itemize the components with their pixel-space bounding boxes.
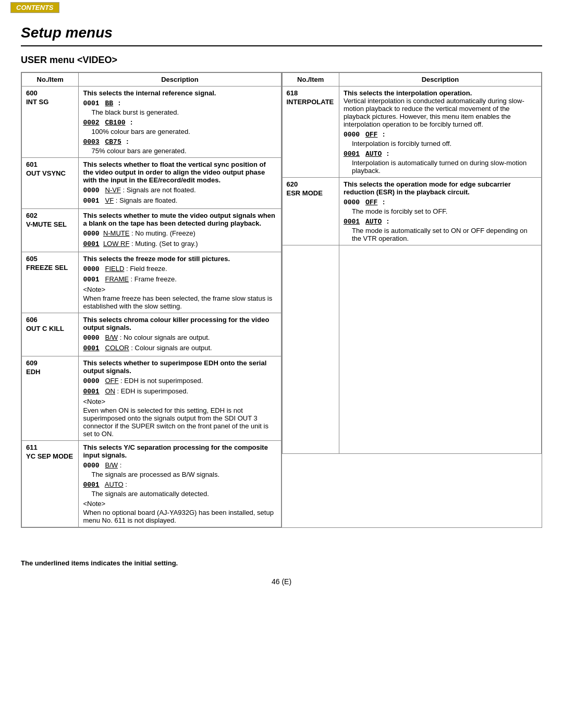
table-row: 601 OUT VSYNC This selects whether to fl… (22, 158, 282, 209)
note-detail: Even when ON is selected for this settin… (83, 406, 276, 438)
table-row: 602 V-MUTE SEL This selects whether to m… (22, 209, 282, 252)
setting-detail: 100% colour bars are generated. (91, 128, 276, 135)
code: 0000 (344, 199, 360, 206)
code: 0000 (83, 187, 99, 194)
setting-name: OFF : EDH is not superimposed. (105, 377, 203, 385)
desc-bold: This selects the freeze mode for still p… (83, 255, 276, 263)
item-name: EDH (26, 368, 74, 376)
note-label: <Note> (83, 500, 276, 508)
item-name: OUT C KILL (26, 325, 74, 332)
setting-name: VF : Signals are floated. (105, 196, 178, 204)
table-row-empty (282, 245, 542, 454)
setting-name: ON : EDH is superimposed. (105, 387, 189, 395)
item-name: OUT VSYNC (26, 169, 74, 177)
table-row: 611 YC SEP MODE This selects Y/C separat… (22, 441, 282, 527)
code: 0003 (83, 138, 99, 146)
setting-name: AUTO : (365, 218, 390, 226)
page-number: 46 (E) (21, 577, 542, 586)
code: 0001 (83, 240, 99, 248)
item-name: FREEZE SEL (26, 264, 74, 272)
setting-name: LOW RF : Muting. (Set to gray.) (103, 240, 198, 248)
setting-name: FRAME : Frame freeze. (105, 275, 177, 283)
code: 0000 (344, 131, 360, 139)
code: 0001 (83, 481, 99, 489)
setting-name: OFF : (365, 131, 386, 139)
note-detail: When frame freeze has been selected, the… (83, 294, 276, 310)
code: 0000 (83, 377, 99, 385)
desc-bold: This selects Y/C separation processing f… (83, 443, 276, 459)
setting-name: N-MUTE : No muting. (Freeze) (103, 229, 195, 237)
item-number: 620 (287, 180, 335, 188)
setting-detail: The signals are processed as B/W signals… (91, 471, 276, 478)
setting-detail: The mode is automatically set to ON or O… (352, 227, 537, 242)
code: 0001 (83, 197, 99, 205)
setting-name: AUTO : (365, 150, 390, 158)
desc-bold: This selects whether to float the vertic… (83, 161, 276, 184)
note-detail: When no optional board (AJ-YA932G) has b… (83, 509, 276, 524)
setting-name: OFF : (365, 199, 386, 206)
right-header-desc: Description (339, 73, 541, 87)
left-header-desc: Description (79, 73, 281, 87)
desc-bold: This selects the interpolation operation… (344, 89, 537, 97)
table-row: 606 OUT C KILL This selects chroma colou… (22, 313, 282, 356)
setting-name: COLOR : Colour signals are output. (105, 344, 212, 352)
setting-name: B/W : No colour signals are output. (105, 334, 210, 341)
table-row: 600 INT SG This selects the internal ref… (22, 87, 282, 158)
code: 0000 (83, 230, 99, 238)
item-number: 602 (26, 212, 74, 219)
code: 0001 (344, 218, 360, 226)
desc-bold: This selects the operation mode for edge… (344, 180, 537, 196)
setting-name: FIELD : Field freeze. (105, 265, 167, 273)
footer-note: The underlined items indicates the initi… (21, 559, 542, 567)
table-row: 620 ESR MODE This selects the operation … (282, 178, 542, 245)
top-nav: CONTENTS (0, 0, 563, 14)
section-header: USER menu <VIDEO> (21, 55, 542, 66)
code: 0001 (83, 276, 99, 283)
setting-name: AUTO : (105, 480, 127, 488)
note-label: <Note> (83, 286, 276, 293)
setting-detail: The mode is forcibly set to OFF. (352, 207, 537, 215)
page-title: Setup menus (21, 24, 542, 41)
code: 0001 (83, 344, 99, 352)
code: 0000 (83, 462, 99, 470)
item-name: V-MUTE SEL (26, 220, 74, 228)
desc-bold: This selects whether to superimpose EDH … (83, 359, 276, 375)
item-number: 606 (26, 316, 74, 324)
contents-tab[interactable]: CONTENTS (10, 2, 59, 13)
item-number: 618 (287, 89, 335, 97)
desc-bold: This selects the internal reference sign… (83, 89, 276, 97)
right-header-item: No./Item (282, 73, 339, 87)
setting-name: CB75 : (105, 138, 130, 146)
code: 0001 (344, 150, 360, 158)
left-header-item: No./Item (22, 73, 79, 87)
setting-name: N-VF : Signals are not floated. (105, 186, 196, 194)
code: 0001 (83, 100, 99, 107)
table-row: 618 INTERPOLATE This selects the interpo… (282, 87, 542, 178)
item-number: 601 (26, 161, 74, 168)
setting-detail: Interpolation is forcibly turned off. (352, 140, 537, 147)
setting-detail: Interpolation is automatically turned on… (352, 159, 537, 175)
setting-detail: The signals are automatically detected. (91, 490, 276, 498)
code: 0000 (83, 265, 99, 273)
table-row: 609 EDH This selects whether to superimp… (22, 356, 282, 441)
item-name: INTERPOLATE (287, 98, 335, 106)
code: 0001 (83, 388, 99, 396)
table-row: 605 FREEZE SEL This selects the freeze m… (22, 252, 282, 313)
item-name: YC SEP MODE (26, 452, 74, 460)
code: 0000 (83, 334, 99, 342)
code: 0002 (83, 119, 99, 127)
item-name: INT SG (26, 98, 74, 106)
setting-detail: 75% colour bars are generated. (91, 147, 276, 155)
item-name: ESR MODE (287, 189, 335, 197)
setting-detail: The black burst is generated. (91, 108, 276, 116)
item-number: 600 (26, 89, 74, 97)
desc-bold: This selects whether to mute the video o… (83, 212, 276, 227)
note-label: <Note> (83, 398, 276, 405)
setting-name: B/W : (105, 461, 122, 469)
desc-extra: Vertical interpolation is conducted auto… (344, 97, 537, 128)
item-number: 605 (26, 255, 74, 263)
item-number: 609 (26, 359, 74, 367)
setting-name: BB : (105, 100, 121, 107)
item-number: 611 (26, 443, 74, 451)
setting-name: CB100 : (105, 119, 134, 127)
